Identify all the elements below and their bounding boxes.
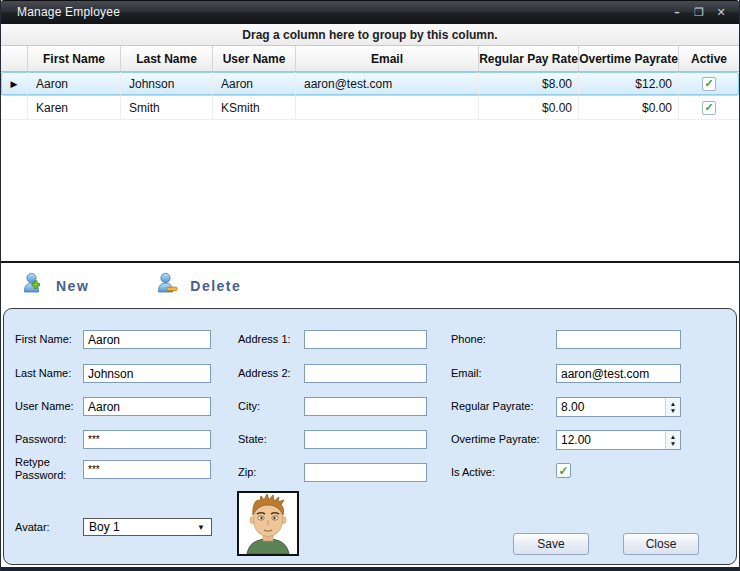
active-checkbox[interactable]: ✓ xyxy=(702,77,716,91)
cell-overtime-payrate[interactable]: $12.00 xyxy=(579,72,679,95)
avatar-label: Avatar: xyxy=(15,521,50,534)
cell-first-name[interactable]: Aaron xyxy=(28,72,121,95)
header-last-name[interactable]: Last Name xyxy=(121,46,213,71)
phone-label: Phone: xyxy=(451,333,486,346)
state-label: State: xyxy=(238,433,267,446)
user-name-field[interactable] xyxy=(83,397,211,416)
manage-employee-window: Manage Employee – ❐ ✕ Drag a column here… xyxy=(0,0,740,571)
group-by-hint: Drag a column here to group by this colu… xyxy=(242,28,497,42)
city-field[interactable] xyxy=(304,397,427,416)
grid-empty-area xyxy=(1,120,739,261)
new-button-label: New xyxy=(56,278,89,294)
cell-user-name[interactable]: Aaron xyxy=(213,72,296,95)
cell-first-name[interactable]: Karen xyxy=(28,96,121,119)
table-row-karen[interactable]: Karen Smith KSmith $0.00 $0.00 ✓ xyxy=(1,96,739,120)
chevron-down-icon: ▼ xyxy=(197,523,211,532)
is-active-checkbox[interactable]: ✓ xyxy=(556,463,571,478)
overtime-payrate-stepper[interactable]: ▲ ▼ xyxy=(556,430,681,450)
cell-email[interactable] xyxy=(296,96,479,119)
cell-active: ✓ xyxy=(679,96,739,119)
new-button[interactable]: New xyxy=(21,271,89,301)
avatar-preview-image xyxy=(237,491,299,556)
avatar-select-value: Boy 1 xyxy=(89,520,120,534)
header-active[interactable]: Active xyxy=(679,46,739,71)
delete-button[interactable]: Delete xyxy=(155,271,241,301)
title-bar: Manage Employee – ❐ ✕ xyxy=(1,0,739,24)
password-field[interactable] xyxy=(83,430,211,449)
cell-regular-pay-rate[interactable]: $0.00 xyxy=(479,96,579,119)
address2-field[interactable] xyxy=(304,364,427,383)
header-email[interactable]: Email xyxy=(296,46,479,71)
cell-user-name[interactable]: KSmith xyxy=(213,96,296,119)
cell-regular-pay-rate[interactable]: $8.00 xyxy=(479,72,579,95)
overtime-payrate-spin-buttons[interactable]: ▲ ▼ xyxy=(665,431,680,449)
regular-payrate-spin-buttons[interactable]: ▲ ▼ xyxy=(665,398,680,416)
email-field[interactable] xyxy=(556,364,681,383)
new-user-icon xyxy=(21,271,47,301)
regular-payrate-field[interactable] xyxy=(556,397,681,417)
phone-field[interactable] xyxy=(556,330,681,349)
spin-up-icon[interactable]: ▲ xyxy=(670,434,676,440)
last-name-label: Last Name: xyxy=(15,367,71,380)
zip-label: Zip: xyxy=(238,466,256,479)
header-row-indicator xyxy=(1,46,28,71)
window-title: Manage Employee xyxy=(17,5,120,19)
maximize-icon[interactable]: ❐ xyxy=(691,5,707,19)
state-field[interactable] xyxy=(304,430,427,449)
password-label: Password: xyxy=(15,433,66,446)
cell-active: ✓ xyxy=(679,72,739,95)
row-indicator-empty xyxy=(1,96,28,119)
overtime-payrate-label: Overtime Payrate: xyxy=(451,433,540,446)
last-name-field[interactable] xyxy=(83,364,211,383)
header-regular-pay-rate[interactable]: Regular Pay Rate xyxy=(479,46,579,71)
spin-up-icon[interactable]: ▲ xyxy=(670,401,676,407)
retype-password-label-line2: Password: xyxy=(15,469,66,482)
delete-user-icon xyxy=(155,271,181,301)
table-row-aaron[interactable]: ▶ Aaron Johnson Aaron aaron@test.com $8.… xyxy=(1,72,739,96)
is-active-label: Is Active: xyxy=(451,466,495,479)
first-name-field[interactable] xyxy=(83,330,211,349)
retype-password-label-line1: Retype xyxy=(15,456,50,469)
email-label: Email: xyxy=(451,367,482,380)
cell-last-name[interactable]: Smith xyxy=(121,96,213,119)
detail-toolbar: New Delete xyxy=(1,263,739,308)
window-controls: – ❐ ✕ xyxy=(669,5,739,19)
save-button[interactable]: Save xyxy=(513,533,589,555)
overtime-payrate-field[interactable] xyxy=(556,430,681,450)
avatar-select[interactable]: Boy 1 ▼ xyxy=(83,518,212,536)
header-overtime-payrate[interactable]: Overtime Payrate xyxy=(579,46,679,71)
row-indicator-icon: ▶ xyxy=(1,72,28,95)
cell-last-name[interactable]: Johnson xyxy=(121,72,213,95)
cell-email[interactable]: aaron@test.com xyxy=(296,72,479,95)
close-icon[interactable]: ✕ xyxy=(713,5,729,19)
save-button-label: Save xyxy=(537,537,564,551)
close-button-label: Close xyxy=(646,537,677,551)
active-checkbox[interactable]: ✓ xyxy=(702,101,716,115)
address2-label: Address 2: xyxy=(238,367,291,380)
address1-label: Address 1: xyxy=(238,333,291,346)
header-first-name[interactable]: First Name xyxy=(28,46,121,71)
group-by-panel[interactable]: Drag a column here to group by this colu… xyxy=(1,24,739,46)
cell-overtime-payrate[interactable]: $0.00 xyxy=(579,96,679,119)
grid-header: First Name Last Name User Name Email Reg… xyxy=(1,46,739,72)
retype-password-field[interactable] xyxy=(83,460,211,479)
employee-form-panel: First Name: Last Name: User Name: Passwo… xyxy=(3,308,737,565)
regular-payrate-stepper[interactable]: ▲ ▼ xyxy=(556,397,681,417)
minimize-icon[interactable]: – xyxy=(669,5,685,19)
window-bottom-border xyxy=(1,567,739,571)
detail-section: New Delete First Name: Last Name: xyxy=(1,261,739,567)
user-name-label: User Name: xyxy=(15,400,74,413)
close-button[interactable]: Close xyxy=(623,533,699,555)
spin-down-icon[interactable]: ▼ xyxy=(670,408,676,414)
delete-button-label: Delete xyxy=(190,278,241,294)
city-label: City: xyxy=(238,400,260,413)
address1-field[interactable] xyxy=(304,330,427,349)
header-user-name[interactable]: User Name xyxy=(213,46,296,71)
regular-payrate-label: Regular Payrate: xyxy=(451,400,534,413)
employee-grid: First Name Last Name User Name Email Reg… xyxy=(1,46,739,261)
spin-down-icon[interactable]: ▼ xyxy=(670,441,676,447)
zip-field[interactable] xyxy=(304,463,427,482)
first-name-label: First Name: xyxy=(15,333,72,346)
